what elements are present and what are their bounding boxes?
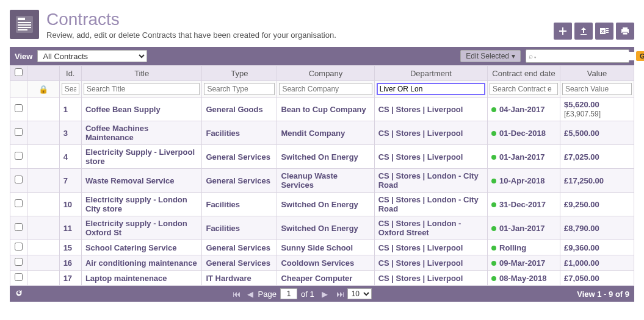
cell-type[interactable]: Facilities	[206, 200, 240, 209]
cell-department[interactable]: CS | Stores | Liverpool	[378, 243, 463, 252]
row-checkbox[interactable]	[15, 243, 23, 251]
cell-department[interactable]: CS | Stores | Liverpool	[378, 152, 463, 162]
global-search-input[interactable]	[540, 52, 636, 60]
cell-title-link[interactable]: Electricity Supply - Liverpool store	[85, 148, 195, 166]
row-checkbox[interactable]	[15, 152, 23, 160]
cell-title-link[interactable]: Coffee Bean Supply	[85, 105, 161, 114]
col-value[interactable]: Value	[560, 66, 634, 81]
view-select[interactable]: All Contracts	[37, 50, 147, 62]
filter-type[interactable]	[204, 83, 275, 95]
cell-company[interactable]: Cheaper Computer	[281, 274, 352, 283]
filter-title[interactable]	[84, 83, 200, 95]
col-department[interactable]: Department	[374, 66, 487, 81]
row-checkbox[interactable]	[15, 223, 23, 231]
cell-company[interactable]: Bean to Cup Company	[281, 105, 366, 114]
page-label: Page	[258, 290, 277, 299]
cell-end-date: 31-Dec-2017	[488, 193, 560, 216]
first-page-button[interactable]: ⏮	[229, 289, 240, 299]
svg-rect-1	[18, 18, 25, 20]
next-page-button[interactable]: ▶	[318, 289, 329, 299]
upload-button[interactable]	[574, 23, 593, 40]
print-button[interactable]	[616, 23, 634, 40]
filter-department[interactable]	[377, 83, 485, 95]
cell-type[interactable]: General Services	[206, 176, 270, 185]
row-checkbox[interactable]	[15, 273, 23, 281]
row-checkbox[interactable]	[15, 176, 23, 183]
page-subtitle: Review, add, edit or delete Contracts th…	[46, 30, 336, 40]
cell-company[interactable]: Cooldown Services	[281, 258, 354, 268]
grid-footer: ⏮ ◀ Page of 1 ▶ ⏭ 10 View 1 - 9 of 9	[10, 286, 634, 302]
row-checkbox[interactable]	[15, 258, 23, 266]
cell-company[interactable]: Switched On Energy	[281, 224, 358, 233]
status-dot-icon	[491, 276, 496, 281]
cell-id: 10	[59, 193, 81, 216]
row-checkbox[interactable]	[15, 128, 23, 136]
svg-rect-4	[18, 27, 31, 28]
cell-title-link[interactable]: Electricity supply - London Oxford St	[85, 219, 187, 237]
cell-title-link[interactable]: School Catering Service	[85, 243, 177, 252]
filter-id[interactable]	[62, 83, 79, 95]
cell-type[interactable]: General Services	[206, 243, 270, 252]
cell-department[interactable]: CS | Stores | London - Oxford Street	[378, 219, 461, 237]
svg-rect-8	[606, 28, 609, 29]
filter-value[interactable]	[562, 83, 632, 95]
cell-end-date: 01-Dec-2018	[488, 121, 560, 145]
select-all-header[interactable]	[10, 66, 27, 81]
cell-title-link[interactable]: Coffee Machines Maintenance	[85, 124, 148, 142]
cell-title-link[interactable]: Air conditioning maintenance	[85, 258, 197, 268]
cell-company[interactable]: Switched On Energy	[281, 200, 358, 209]
cell-type[interactable]: General Services	[206, 152, 270, 162]
cell-department[interactable]: CS | Stores | Liverpool	[378, 129, 463, 138]
cell-company[interactable]: Switched On Energy	[281, 152, 358, 162]
col-end-date[interactable]: Contract end date	[488, 66, 560, 81]
cell-type[interactable]: IT Hardware	[206, 274, 251, 283]
cell-company[interactable]: Cleanup Waste Services	[281, 171, 338, 190]
add-button[interactable]	[554, 23, 572, 40]
cell-company[interactable]: Sunny Side School	[281, 243, 353, 252]
cell-id: 16	[59, 255, 81, 271]
table-row: 1Coffee Bean SupplyGeneral GoodsBean to …	[10, 98, 634, 121]
cell-department[interactable]: CS | Stores | Liverpool	[378, 274, 463, 283]
cell-department[interactable]: CS | Stores | Liverpool	[378, 105, 463, 114]
svg-rect-10	[606, 32, 609, 33]
table-row: 11Electricity supply - London Oxford StF…	[10, 216, 634, 240]
cell-type[interactable]: Facilities	[206, 129, 240, 138]
svg-rect-3	[18, 24, 31, 26]
col-company[interactable]: Company	[277, 66, 374, 81]
svg-rect-2	[18, 22, 31, 23]
status-dot-icon	[491, 107, 496, 112]
cell-department[interactable]: CS | Stores | London - City Road	[378, 171, 479, 190]
last-page-button[interactable]: ⏭	[333, 289, 344, 299]
cell-type[interactable]: General Services	[206, 258, 270, 268]
cell-value: £9,250.00	[560, 193, 634, 216]
refresh-icon	[15, 289, 23, 297]
filter-end-date[interactable]	[490, 83, 558, 95]
view-toolbar: View All Contracts Edit Selected ▾ ⌕▾ Go	[10, 47, 634, 65]
excel-export-button[interactable]: X	[595, 23, 613, 40]
cell-type[interactable]: Facilities	[206, 224, 240, 233]
page-number-input[interactable]	[280, 288, 297, 299]
cell-department[interactable]: CS | Stores | Liverpool	[378, 258, 463, 268]
edit-selected-button[interactable]: Edit Selected ▾	[460, 50, 521, 62]
col-id[interactable]: Id.	[59, 66, 81, 81]
cell-title-link[interactable]: Waste Removal Service	[85, 176, 174, 185]
prev-page-button[interactable]: ◀	[244, 289, 255, 299]
search-go-button[interactable]: Go	[636, 51, 644, 61]
col-title[interactable]: Title	[81, 66, 202, 81]
cell-title-link[interactable]: Electricity supply - London City store	[85, 195, 187, 213]
cell-company[interactable]: Mendit Company	[281, 129, 345, 138]
per-page-select[interactable]: 10	[347, 288, 372, 299]
cell-department[interactable]: CS | Stores | London - City Road	[378, 195, 479, 213]
cell-value: £7,050.00	[560, 271, 634, 286]
row-checkbox[interactable]	[15, 104, 23, 112]
refresh-button[interactable]	[15, 289, 23, 299]
filter-company[interactable]	[279, 83, 372, 95]
select-all-checkbox[interactable]	[15, 68, 23, 76]
table-row: 3Coffee Machines MaintenanceFacilitiesMe…	[10, 121, 634, 145]
row-checkbox[interactable]	[15, 199, 23, 207]
col-type[interactable]: Type	[202, 66, 277, 81]
search-icon: ⌕▾	[526, 52, 540, 60]
cell-type[interactable]: General Goods	[206, 105, 262, 114]
cell-end-date: 09-Mar-2017	[488, 255, 560, 271]
cell-title-link[interactable]: Laptop maintenenace	[85, 274, 167, 283]
